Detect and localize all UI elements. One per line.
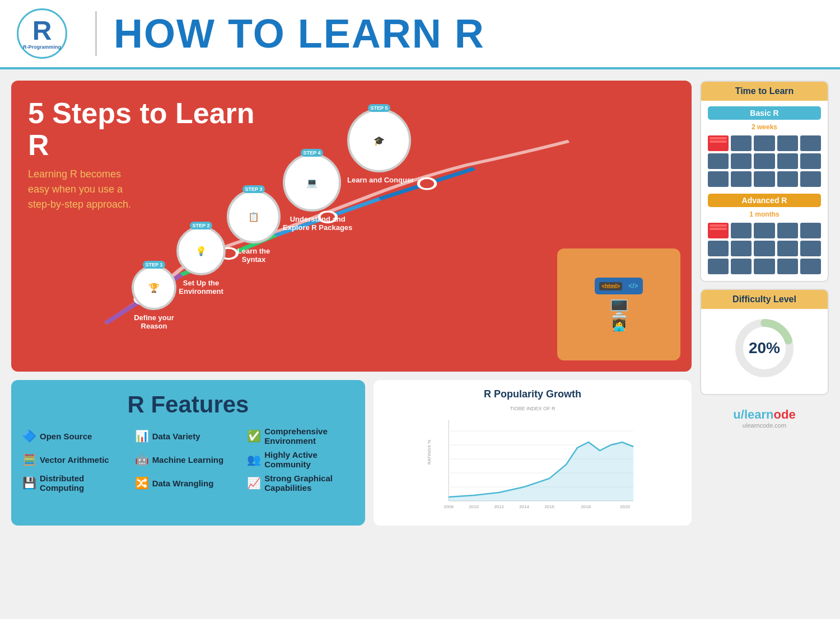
html-tag: <html> <box>599 282 622 290</box>
main-content: 5 Steps to Learn R Learning R becomes ea… <box>0 69 840 531</box>
basic-cell-15 <box>800 171 821 187</box>
adv-cell-9 <box>777 241 798 256</box>
feature-vector-label: Vector Arithmetic <box>40 455 109 465</box>
basic-cell-12 <box>731 171 752 187</box>
basic-r-duration: 2 weeks <box>708 123 821 131</box>
step4-label: STEP 4 <box>301 149 324 157</box>
basic-cell-11 <box>708 171 729 187</box>
step5-circle: STEP 5 🎓 Learn and Conquer <box>347 109 414 184</box>
feature-vector: 🧮 Vector Arithmetic <box>22 450 129 469</box>
time-card-title: Time to Learn <box>701 82 828 101</box>
adv-cell-11 <box>708 259 729 274</box>
step1-icon: 🏆 <box>148 283 160 293</box>
graphical-icon: 📈 <box>247 476 261 490</box>
person-emoji: 👩‍💻 <box>595 318 642 332</box>
brand-section: u/learnode ulearncode.com <box>700 402 829 434</box>
step1-text: Define yourReason <box>132 313 176 330</box>
svg-text:2010: 2010 <box>469 504 479 509</box>
chart-subtitle: TIOBE INDEX OF R <box>382 406 683 411</box>
difficulty-title: Difficulty Level <box>701 290 828 309</box>
adv-cell-3 <box>754 223 774 238</box>
feature-comp-env-label: Comprehensive Environment <box>264 426 354 446</box>
feature-distributed-label: Distributed Computing <box>40 473 129 493</box>
step5-text: Learn and Conquer <box>347 176 414 184</box>
basic-cell-5 <box>800 135 821 151</box>
brand-suffix: ode <box>774 407 796 421</box>
feature-open-source: 🔷 Open Source <box>22 426 129 446</box>
step2-text: Set Up theEnvironment <box>176 279 226 296</box>
adv-cell-14 <box>777 259 798 274</box>
adv-cell-2 <box>731 223 752 238</box>
feature-open-source-label: Open Source <box>40 432 92 441</box>
bottom-section: R Features 🔷 Open Source 📊 Data Variety … <box>11 380 692 526</box>
svg-text:2012: 2012 <box>494 504 504 509</box>
adv-filled-1 <box>708 223 729 238</box>
vector-icon: 🧮 <box>22 453 36 466</box>
step2-label: STEP 2 <box>190 222 213 229</box>
difficulty-donut: 20% <box>708 315 821 382</box>
advanced-r-grid <box>708 223 821 274</box>
basic-r-label: Basic R <box>708 106 821 120</box>
feature-community-label: Highly Active Community <box>264 450 354 469</box>
features-title: R Features <box>22 391 354 418</box>
svg-text:2014: 2014 <box>519 504 529 509</box>
feature-data-variety-label: Data Variety <box>152 432 200 441</box>
basic-cell-3 <box>754 135 774 151</box>
steps-illustration: <html> </> 🖥️ 👩‍💻 <box>557 248 680 360</box>
community-icon: 👥 <box>247 453 261 466</box>
comp-env-icon: ✅ <box>247 429 261 443</box>
adv-cell-8 <box>754 241 774 256</box>
brand-prefix: u/learn <box>733 407 773 421</box>
adv-cell-13 <box>754 259 774 274</box>
wrangling-icon: 🔀 <box>135 476 149 490</box>
basic-cell-9 <box>777 153 798 169</box>
feature-comp-env: ✅ Comprehensive Environment <box>247 426 354 446</box>
feature-data-variety: 📊 Data Variety <box>135 426 242 446</box>
step4-icon: 💻 <box>306 177 318 188</box>
chart-area: RATINGS % 2008 2010 2 <box>382 414 683 517</box>
basic-cell-8 <box>754 153 774 169</box>
svg-text:2018: 2018 <box>581 504 591 509</box>
chart-title: R Popularity Growth <box>382 388 683 400</box>
header: R R-Programming HOW TO LEARN R <box>0 0 840 69</box>
adv-cell-10 <box>800 241 821 256</box>
basic-cell-14 <box>777 171 798 187</box>
time-to-learn-card: Time to Learn Basic R 2 weeks <box>700 81 829 282</box>
step1-circle: STEP 1 🏆 Define yourReason <box>132 265 176 330</box>
chart-svg: RATINGS % 2008 2010 2 <box>382 414 683 515</box>
adv-cell-5 <box>800 223 821 238</box>
feature-community: 👥 Highly Active Community <box>247 450 354 469</box>
svg-text:RATINGS %: RATINGS % <box>427 440 432 465</box>
adv-cell-4 <box>777 223 798 238</box>
basic-cell-13 <box>754 171 774 187</box>
ml-icon: 🤖 <box>135 453 149 466</box>
basic-filled-1 <box>708 135 729 151</box>
steps-section: 5 Steps to Learn R Learning R becomes ea… <box>11 81 692 372</box>
feature-wrangling-label: Data Wrangling <box>152 479 214 488</box>
step4-text: Understand andExplore R Packages <box>283 215 352 232</box>
difficulty-percent: 20% <box>749 339 780 357</box>
page-title: HOW TO LEARN R <box>114 11 485 57</box>
adv-cell-12 <box>731 259 752 274</box>
feature-wrangling: 🔀 Data Wrangling <box>135 473 242 493</box>
step3-icon: 📋 <box>248 212 259 222</box>
code-bracket: </> <box>628 282 638 290</box>
logo-subtitle: R-Programming <box>23 44 61 50</box>
logo-r-letter: R <box>32 17 52 44</box>
basic-r-grid <box>708 135 821 187</box>
advanced-r-duration: 1 months <box>708 210 821 218</box>
basic-cell-6 <box>708 153 729 169</box>
brand-url: ulearncode.com <box>706 422 823 429</box>
advanced-r-label: Advanced R <box>708 194 821 207</box>
feature-ml: 🤖 Machine Learning <box>135 450 242 469</box>
computer-emoji: 🖥️ <box>595 299 642 318</box>
step2-circle: STEP 2 💡 Set Up theEnvironment <box>176 226 226 296</box>
svg-text:2008: 2008 <box>444 504 454 509</box>
svg-point-3 <box>418 178 435 189</box>
svg-text:2016: 2016 <box>544 504 554 509</box>
adv-cell-6 <box>708 241 729 256</box>
feature-graphical-label: Strong Graphical Capabilities <box>264 473 354 493</box>
basic-cell-2 <box>731 135 752 151</box>
adv-cell-7 <box>731 241 752 256</box>
distributed-icon: 💾 <box>22 476 36 490</box>
